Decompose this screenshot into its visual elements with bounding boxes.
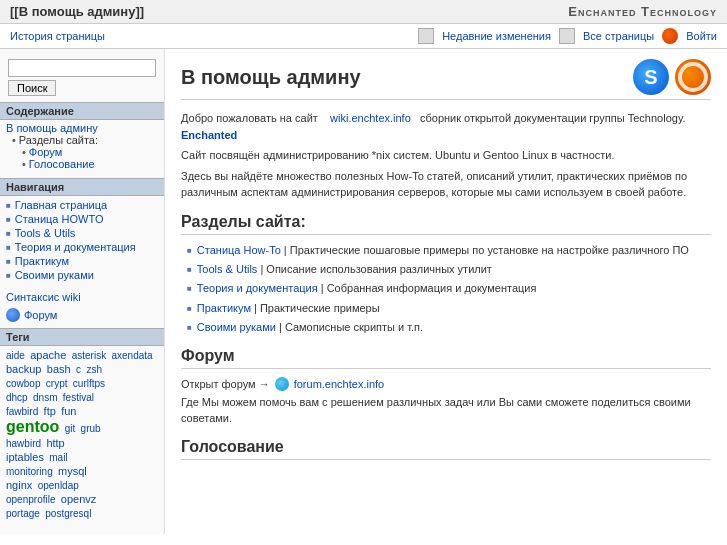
- section-desc-howto: | Практические пошаговые примеры по уста…: [281, 243, 689, 258]
- wiki-link[interactable]: wiki.enchtex.info: [330, 112, 411, 124]
- search-section: Поиск: [0, 55, 164, 102]
- section-link-practicum[interactable]: Практикум: [197, 301, 251, 316]
- section-item-tools: Tools & Utils | Описание использования р…: [187, 262, 711, 277]
- syntax-wiki-link[interactable]: Синтаксис wiki: [6, 291, 81, 303]
- tag-dnsm[interactable]: dnsm: [33, 392, 57, 403]
- sidebar: Поиск Содержание В помощь админу Разделы…: [0, 49, 165, 534]
- tag-postgresql[interactable]: postgresql: [45, 508, 91, 519]
- voting-title: Голосование: [181, 438, 711, 460]
- navbar: История страницы Недавние изменения Все …: [0, 24, 727, 49]
- tag-iptables[interactable]: iptables: [6, 451, 44, 463]
- enchanted-link[interactable]: Enchanted: [181, 129, 237, 141]
- tag-curlftps[interactable]: curlftps: [73, 378, 105, 389]
- tag-grub[interactable]: grub: [81, 423, 101, 434]
- tag-openvz[interactable]: openvz: [61, 493, 96, 505]
- tag-openprofile[interactable]: openprofile: [6, 494, 55, 505]
- intro-line1: Добро пожаловать на сайт wiki.enchtex.in…: [181, 110, 711, 143]
- forum-section: Форум Открыт форум → forum.enchtex.info …: [181, 347, 711, 426]
- header: [[В помощь админу]] Enchanted Technology: [0, 0, 727, 24]
- contents-title: Содержание: [0, 102, 164, 120]
- nav-item-tools[interactable]: Tools & Utils: [6, 226, 158, 240]
- tag-monitoring[interactable]: monitoring: [6, 466, 53, 477]
- main-content: В помощь админу S Добро пожаловать на са…: [165, 49, 727, 534]
- section-desc-theory: | Собранная информация и документация: [318, 281, 537, 296]
- section-item-practicum: Практикум | Практические примеры: [187, 301, 711, 316]
- voting-section: Голосование: [181, 438, 711, 460]
- all-pages-link[interactable]: Все страницы: [583, 30, 654, 42]
- nav-item-howto[interactable]: Станица HOWTO: [6, 212, 158, 226]
- tag-backup[interactable]: backup: [6, 363, 41, 375]
- tag-http[interactable]: http: [46, 437, 64, 449]
- tag-git[interactable]: git: [65, 423, 76, 434]
- sections-block: Разделы сайта: Станица How-To | Практиче…: [181, 213, 711, 336]
- tag-zsh[interactable]: zsh: [86, 364, 102, 375]
- login-icon: [662, 28, 678, 44]
- tags-section: Теги aide apache asterisk axendata backu…: [0, 328, 164, 524]
- section-link-diy[interactable]: Своими руками: [197, 320, 276, 335]
- tag-festival[interactable]: festival: [63, 392, 94, 403]
- history-link[interactable]: История страницы: [10, 30, 105, 42]
- intro-line2: Сайт посвящён администрированию *nix сис…: [181, 147, 711, 164]
- section-desc-diy: | Самописные скрипты и т.п.: [276, 320, 423, 335]
- tag-ftp[interactable]: ftp: [44, 405, 56, 417]
- syntax-wiki-section: Синтаксис wiki: [0, 288, 164, 306]
- tag-axendata[interactable]: axendata: [111, 350, 152, 361]
- intro-line3: Здесь вы найдёте множество полезных How-…: [181, 168, 711, 201]
- recent-changes-icon: [418, 28, 434, 44]
- nav-item-diy[interactable]: Своими руками: [6, 268, 158, 282]
- contents-list: Разделы сайта:: [6, 134, 158, 146]
- tag-c[interactable]: c: [76, 364, 81, 375]
- tag-openldap[interactable]: openldap: [38, 480, 79, 491]
- section-item-diy: Своими руками | Самописные скрипты и т.п…: [187, 320, 711, 335]
- tag-apache[interactable]: apache: [30, 349, 66, 361]
- nav-link-tools: Tools & Utils: [15, 227, 76, 239]
- search-button[interactable]: Поиск: [8, 80, 56, 96]
- forum-title: Форум: [181, 347, 711, 369]
- tag-mail[interactable]: mail: [49, 452, 67, 463]
- tag-asterisk[interactable]: asterisk: [72, 350, 106, 361]
- forum-open-line: Открыт форум → forum.enchtex.info: [181, 377, 711, 391]
- forum-open-label: Открыт форум →: [181, 378, 270, 390]
- section-link-howto[interactable]: Станица How-To: [197, 243, 281, 258]
- sidebar-forum-link[interactable]: Форум: [24, 309, 57, 321]
- tag-portage[interactable]: portage: [6, 508, 40, 519]
- tag-bash[interactable]: bash: [47, 363, 71, 375]
- tag-fun[interactable]: fun: [61, 405, 76, 417]
- tag-mysql[interactable]: mysql: [58, 465, 87, 477]
- tag-cowbop[interactable]: cowbop: [6, 378, 40, 389]
- forum-circle-icon: [275, 377, 289, 391]
- forum-circle-icon: [6, 308, 20, 322]
- contents-voting-item[interactable]: Голосование: [22, 158, 158, 170]
- tag-hawbird[interactable]: hawbird: [6, 438, 41, 449]
- login-link[interactable]: Войти: [686, 30, 717, 42]
- sections-title: Разделы сайта:: [181, 213, 711, 235]
- navigation-section: Навигация Главная страница Станица HOWTO…: [0, 178, 164, 284]
- contents-forum-item[interactable]: Форум: [22, 146, 158, 158]
- section-link-tools[interactable]: Tools & Utils: [197, 262, 258, 277]
- site-title: [[В помощь админу]]: [10, 4, 144, 19]
- nav-link-theory: Теория и документация: [15, 241, 136, 253]
- nav-link-diy: Своими руками: [15, 269, 94, 281]
- tag-aide[interactable]: aide: [6, 350, 25, 361]
- tag-dhcp[interactable]: dhcp: [6, 392, 28, 403]
- tag-crypt[interactable]: crypt: [46, 378, 68, 389]
- nav-item-home[interactable]: Главная страница: [6, 198, 158, 212]
- contents-subitems: Форум Голосование: [6, 146, 158, 170]
- company-name: Enchanted Technology: [568, 4, 717, 19]
- contents-main-link[interactable]: В помощь админу: [6, 122, 98, 134]
- nav-item-practicum[interactable]: Практикум: [6, 254, 158, 268]
- forum-url-link[interactable]: forum.enchtex.info: [294, 378, 385, 390]
- tag-gentoo[interactable]: gentoo: [6, 418, 59, 435]
- section-desc-tools: | Описание использования различных утили…: [257, 262, 492, 277]
- nav-link-howto: Станица HOWTO: [15, 213, 104, 225]
- nav-item-theory[interactable]: Теория и документация: [6, 240, 158, 254]
- tags-title: Теги: [0, 328, 164, 346]
- section-link-theory[interactable]: Теория и документация: [197, 281, 318, 296]
- page-title: В помощь админу: [181, 66, 361, 89]
- search-input[interactable]: [8, 59, 156, 77]
- page-title-bar: В помощь админу S: [181, 59, 711, 100]
- tag-nginx[interactable]: nginx: [6, 479, 32, 491]
- navigation-title: Навигация: [0, 178, 164, 196]
- tag-fawbird[interactable]: fawbird: [6, 406, 38, 417]
- recent-changes-link[interactable]: Недавние изменения: [442, 30, 551, 42]
